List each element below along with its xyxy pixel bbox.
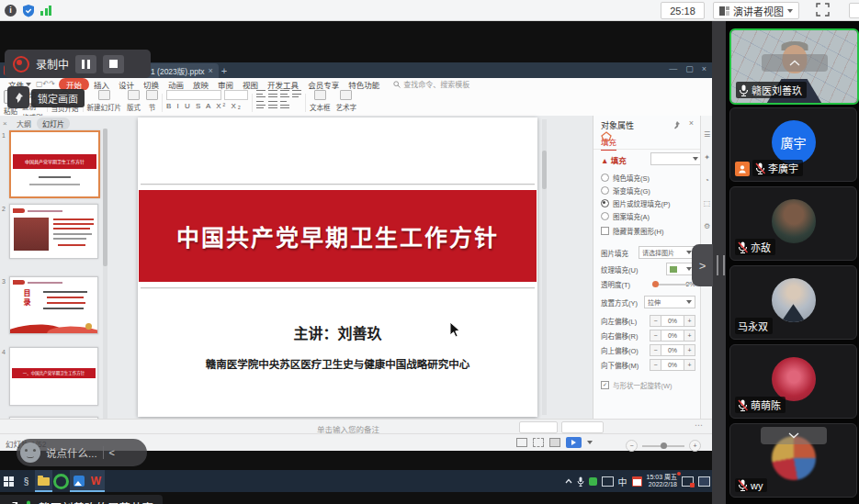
textbox-button[interactable]: 文本框 (310, 90, 331, 116)
outline-tab[interactable]: 大纲 (17, 118, 31, 129)
thumb-scrollbar[interactable] (103, 129, 107, 419)
sorter-view-icon[interactable] (533, 438, 544, 447)
play-options-caret[interactable] (587, 441, 593, 447)
new-slide-button[interactable]: 新建幻灯片 (87, 90, 122, 116)
new-tab-button[interactable]: + (219, 65, 230, 76)
tray-app-icon[interactable] (682, 476, 694, 487)
ribbon-tab-review[interactable]: 审阅 (213, 79, 238, 90)
fullscreen-button[interactable] (816, 3, 830, 20)
view-mode-button[interactable]: 演讲者视图 (713, 2, 799, 19)
hide-background-checkbox[interactable]: 隐藏背景图形(H) (601, 226, 695, 236)
scroll-tiles-button[interactable] (761, 427, 827, 444)
slides-tab[interactable]: 幻灯片 (37, 118, 70, 129)
collapse-chat-icon[interactable]: < (109, 447, 115, 458)
slideshow-play-button[interactable] (566, 437, 582, 448)
fill-option-picture[interactable]: 图片或纹理填充(P) (601, 198, 695, 208)
tray-mic-icon[interactable] (577, 476, 584, 487)
participant-tile-3[interactable]: 亦敌 (729, 186, 857, 261)
chat-quick-input[interactable]: 说点什么... < (17, 439, 147, 466)
ribbon-tab-slideshow[interactable]: 放映 (188, 79, 213, 90)
offset-top-stepper[interactable]: −0%+ (650, 345, 695, 355)
ribbon-tab-member[interactable]: 会员专享 (303, 79, 344, 90)
close-window-icon[interactable]: × (702, 64, 706, 73)
ribbon-tab-transition[interactable]: 切换 (139, 79, 164, 90)
close-pane-icon[interactable]: × (689, 118, 694, 128)
settings-button[interactable] (849, 3, 859, 18)
ribbon-tab-features[interactable]: 特色功能 (344, 79, 384, 90)
zoom-in-button[interactable]: + (689, 440, 701, 452)
collapse-panel-tab[interactable]: > (692, 244, 713, 286)
minimize-icon[interactable]: — (669, 64, 677, 73)
notes-action-chip[interactable] (519, 421, 558, 433)
slide-thumbnail-1[interactable]: 中国共产党早期卫生工作方针 (9, 130, 100, 198)
participant-tile-1[interactable]: 赣医刘善玖 (729, 28, 859, 105)
undo-icon[interactable]: ↶ (43, 80, 50, 88)
slide-thumbnail-2[interactable] (9, 204, 98, 259)
fill-section-header[interactable]: ▲ 填充 (601, 154, 627, 165)
fill-preset-select[interactable] (650, 152, 702, 165)
paragraph-group[interactable] (256, 90, 301, 116)
file-explorer-icon[interactable] (35, 470, 52, 492)
fill-option-pattern[interactable]: 图案填充(A) (601, 211, 695, 221)
slide-thumbnail-3[interactable]: 目录 (9, 276, 98, 334)
wordart-button[interactable]: 艺术字 (336, 90, 357, 116)
layout-button[interactable]: 版式 (127, 90, 141, 116)
wps-taskbar-icon[interactable]: W (87, 470, 105, 492)
slide-thumbnail-4[interactable]: 一、中国共产党早期卫生工作方针 (9, 347, 98, 406)
zoom-slider[interactable] (642, 445, 684, 447)
participant-tile-5[interactable]: 萌萌陈 (729, 344, 857, 419)
save-icon[interactable]: ▢ (36, 80, 43, 88)
normal-view-icon[interactable] (516, 438, 527, 447)
notes-action-chip[interactable] (561, 421, 604, 433)
tray-calendar-icon[interactable] (632, 476, 642, 487)
collapse-tiles-button[interactable] (762, 54, 828, 72)
network-signal-icon[interactable] (40, 6, 51, 16)
rotate-with-shape-checkbox[interactable]: ✓与形状一起旋转(W) (601, 380, 695, 390)
ribbon-search[interactable]: 查找命令、搜索模板 (393, 79, 469, 89)
participant-tile-2[interactable]: 廣宇 李廣宇 (729, 107, 857, 182)
offset-right-stepper[interactable]: −0%+ (650, 330, 695, 341)
meeting-info-icon[interactable]: i (5, 5, 17, 17)
pin-icon[interactable] (673, 120, 681, 129)
tray-chat-icon[interactable] (698, 476, 710, 487)
close-tab-icon[interactable]: × (209, 66, 213, 75)
offset-left-stepper[interactable]: −0%+ (650, 316, 695, 326)
fill-option-solid[interactable]: 纯色填充(S) (601, 173, 695, 183)
ribbon-tab-insert[interactable]: 插入 (89, 79, 114, 90)
participant-tile-4[interactable]: 马永双 (729, 265, 857, 340)
browser-icon[interactable] (52, 470, 70, 492)
taskbar-app-icon[interactable]: § (17, 470, 35, 492)
slide-scrollbar[interactable] (542, 119, 547, 415)
slide-canvas[interactable]: 中国共产党早期卫生工作方针 主讲：刘善玖 赣南医学院中央苏区医疗卫生史与健康中国… (138, 118, 537, 417)
photos-app-icon[interactable] (70, 470, 87, 492)
font-size-select[interactable] (224, 90, 248, 100)
text-format-buttons[interactable]: B I U S A X² X₂ (166, 102, 243, 110)
offset-bottom-stepper[interactable]: −0%+ (650, 360, 695, 370)
tray-expand-icon[interactable] (565, 478, 572, 484)
participant-tile-6[interactable]: wy (729, 423, 857, 498)
tray-antivirus-icon[interactable] (589, 477, 597, 486)
tray-display-icon[interactable] (602, 476, 614, 487)
taskbar-clock[interactable]: 15:03 周五 2022/2/18 (647, 474, 677, 488)
zoom-out-button[interactable]: − (626, 440, 638, 452)
redo-icon[interactable]: ↷ (49, 80, 55, 88)
ribbon-tab-view[interactable]: 视图 (238, 79, 263, 90)
ribbon-tab-design[interactable]: 设计 (114, 79, 139, 90)
picture-fill-select[interactable]: 请选择图片 (639, 246, 695, 259)
stop-recording-button[interactable] (103, 55, 124, 73)
slide-organization[interactable]: 赣南医学院中央苏区医疗卫生史与健康中国战略研究中心 (138, 356, 537, 371)
section-button[interactable]: 节 (146, 90, 158, 116)
fill-option-gradient[interactable]: 渐变填充(G) (601, 185, 695, 196)
splitter-handle-icon[interactable] (717, 255, 725, 275)
placement-select[interactable]: 拉伸 (644, 296, 695, 308)
emoji-avatar-icon[interactable] (20, 442, 40, 463)
ribbon-tab-devtools[interactable]: 开发工具 (263, 79, 303, 90)
chat-placeholder[interactable]: 说点什么... (46, 445, 97, 460)
security-shield-icon[interactable] (22, 4, 35, 17)
slide-title-banner[interactable]: 中国共产党早期卫生工作方针 (139, 190, 537, 282)
ime-indicator[interactable]: 中 (618, 475, 627, 488)
pause-recording-button[interactable] (75, 55, 96, 73)
slider-knob[interactable] (652, 281, 659, 287)
maximize-icon[interactable]: ▢ (685, 64, 694, 73)
font-family-select[interactable] (166, 90, 221, 100)
